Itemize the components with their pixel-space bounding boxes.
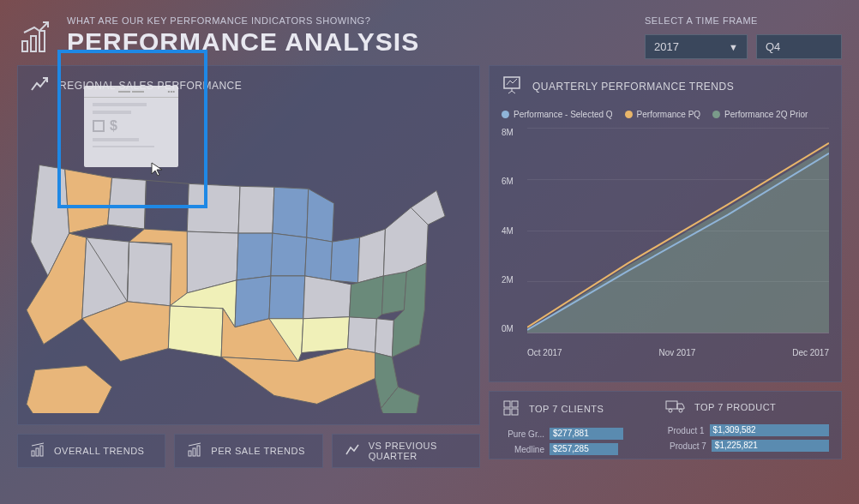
- bars-up-icon: [30, 442, 45, 459]
- svg-rect-45: [193, 448, 195, 456]
- y-tick: 0M: [502, 324, 514, 333]
- page-title: PERFORMANCE ANALYSIS: [67, 27, 419, 57]
- ranking-value: $1,225,821: [715, 440, 758, 452]
- overall-trends-label: OVERALL TRENDS: [54, 446, 144, 456]
- svg-marker-13: [187, 183, 240, 233]
- svg-marker-34: [358, 229, 386, 283]
- vs-previous-tab[interactable]: VS PREVIOUS QUARTER: [332, 434, 480, 468]
- ranking-bar: $1,309,582: [710, 424, 829, 436]
- time-frame-label: SELECT A TIME FRAME: [645, 15, 842, 26]
- trend-icon: [30, 75, 49, 96]
- top-products-title: TOP 7 PRODUCT: [694, 402, 776, 412]
- svg-marker-8: [128, 242, 172, 306]
- legend-label-3: Performance 2Q Prior: [724, 110, 808, 119]
- rankings-panel: TOP 7 CLIENTS Pure Gr...$277,881Medline$…: [489, 391, 842, 459]
- svg-marker-22: [271, 233, 307, 276]
- ranking-row[interactable]: Pure Gr...$277,881: [502, 428, 665, 440]
- svg-rect-41: [32, 451, 34, 456]
- svg-marker-27: [302, 317, 350, 353]
- svg-point-54: [679, 409, 682, 412]
- svg-rect-51: [512, 409, 518, 415]
- svg-rect-0: [22, 41, 27, 51]
- ranking-bar: $277,881: [550, 428, 623, 440]
- chevron-down-icon: ▼: [729, 42, 738, 52]
- ranking-row[interactable]: Medline$257,285: [502, 443, 665, 455]
- header-subtitle: WHAT ARE OUR KEY PERFORMANCE INDICATORS …: [67, 15, 419, 26]
- truck-icon: [665, 399, 686, 416]
- svg-marker-24: [269, 276, 305, 319]
- overall-trends-tab[interactable]: OVERALL TRENDS: [17, 434, 165, 468]
- ranking-row[interactable]: Product 1$1,309,582: [665, 424, 829, 436]
- ranking-label: Medline: [502, 445, 544, 454]
- y-tick: 2M: [502, 275, 514, 285]
- svg-marker-14: [238, 186, 274, 233]
- x-tick: Nov 2017: [658, 348, 695, 357]
- x-tick: Oct 2017: [527, 348, 562, 357]
- year-dropdown[interactable]: 2017 ▼: [645, 34, 748, 59]
- ranking-bar: $257,285: [550, 443, 618, 455]
- y-tick: 8M: [502, 128, 514, 137]
- svg-rect-44: [189, 451, 191, 456]
- clients-icon: [502, 399, 520, 419]
- legend-dot-icon: [712, 111, 720, 118]
- ranking-label: Product 7: [665, 441, 706, 451]
- svg-marker-20: [273, 187, 309, 237]
- svg-rect-1: [31, 36, 36, 51]
- chart-up-icon: [17, 19, 53, 58]
- legend-item-1[interactable]: Performance - Selected Q: [502, 110, 613, 119]
- y-tick: 6M: [502, 177, 514, 186]
- svg-marker-16: [237, 233, 273, 280]
- ranking-value: $277,881: [553, 428, 589, 440]
- svg-rect-46: [197, 446, 200, 456]
- svg-marker-40: [27, 366, 112, 413]
- y-tick: 4M: [502, 226, 514, 236]
- legend-dot-icon: [625, 111, 633, 118]
- line-chart-icon: [345, 442, 360, 459]
- svg-marker-23: [305, 237, 333, 280]
- svg-marker-33: [331, 237, 360, 283]
- vs-previous-label: VS PREVIOUS QUARTER: [369, 441, 467, 461]
- svg-marker-36: [381, 272, 406, 315]
- svg-rect-43: [40, 446, 43, 456]
- per-sale-trends-label: PER SALE TRENDS: [211, 446, 304, 456]
- legend-label-2: Performance PQ: [637, 110, 700, 119]
- bars-up-icon: [187, 442, 202, 459]
- svg-marker-25: [303, 276, 351, 319]
- svg-rect-50: [504, 409, 510, 415]
- trends-panel: QUARTERLY PERFORMANCE TRENDS Performance…: [489, 65, 842, 382]
- ranking-bar: $1,225,821: [712, 440, 829, 452]
- ranking-value: $257,285: [553, 443, 589, 455]
- cursor-icon: [150, 161, 165, 180]
- svg-rect-49: [512, 401, 518, 407]
- svg-marker-30: [375, 319, 393, 357]
- svg-point-53: [669, 409, 672, 412]
- legend-item-2[interactable]: Performance PQ: [625, 110, 700, 119]
- svg-rect-42: [36, 448, 39, 456]
- legend-item-3[interactable]: Performance 2Q Prior: [712, 110, 808, 119]
- trends-chart[interactable]: 8M 6M 4M 2M 0M: [490, 128, 841, 368]
- x-tick: Dec 2017: [792, 348, 829, 357]
- ranking-label: Product 1: [665, 426, 705, 435]
- ranking-value: $1,309,582: [713, 424, 756, 436]
- presentation-icon: [502, 75, 522, 98]
- ranking-label: Pure Gr...: [502, 429, 544, 439]
- top-clients-title: TOP 7 CLIENTS: [529, 404, 604, 414]
- quarter-value: Q4: [766, 40, 780, 53]
- legend-dot-icon: [502, 111, 509, 118]
- ranking-row[interactable]: Product 7$1,225,821: [665, 440, 829, 452]
- svg-marker-12: [168, 306, 223, 357]
- svg-marker-5: [65, 169, 112, 233]
- svg-marker-6: [108, 177, 147, 229]
- per-sale-trends-tab[interactable]: PER SALE TRENDS: [174, 434, 322, 468]
- trends-title: QUARTERLY PERFORMANCE TRENDS: [532, 81, 734, 93]
- year-value: 2017: [654, 40, 679, 53]
- svg-rect-2: [39, 31, 45, 51]
- quarter-dropdown[interactable]: Q4: [756, 34, 842, 59]
- svg-marker-21: [307, 189, 334, 242]
- legend-label-1: Performance - Selected Q: [514, 110, 613, 119]
- svg-rect-48: [504, 401, 510, 407]
- svg-rect-52: [666, 401, 677, 409]
- svg-marker-29: [348, 317, 377, 353]
- floating-widget[interactable]: ••• $: [84, 86, 178, 167]
